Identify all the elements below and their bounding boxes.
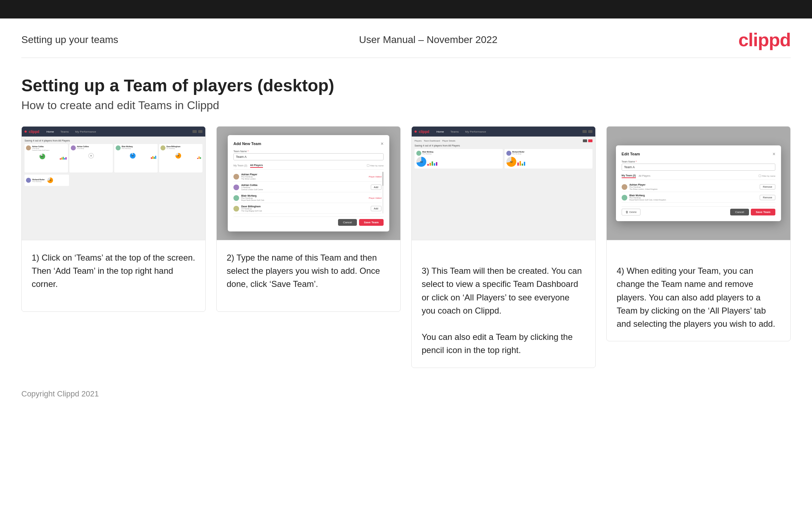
top-bar	[0, 0, 812, 18]
mock-save-button[interactable]: Save Team	[359, 219, 384, 226]
mock-tab-myteam[interactable]: My Team (2)	[233, 164, 247, 167]
copyright-text: Copyright Clippd 2021	[21, 389, 99, 398]
mock-player-row: Adrian Coliba 1 HandicapCentral London G…	[233, 182, 381, 192]
footer: Copyright Clippd 2021	[0, 382, 812, 406]
card-1-screenshot: clippd Home Teams My Performance Saving …	[22, 127, 205, 240]
mock-tab-allplayers[interactable]: All Players	[250, 163, 263, 168]
card-3-screenshot: clippd Home Teams My Performance Players…	[412, 127, 595, 240]
card-2-screenshot: Add New Team × Team Name * Team A My Tea…	[217, 127, 400, 240]
mock-edit-player-row-2: Blair McHarg Plus HandicapRoyal North De…	[622, 193, 775, 203]
mock-edit-cancel-button[interactable]: Cancel	[730, 209, 749, 215]
page-subtitle: How to create and edit Teams in Clippd	[21, 99, 791, 112]
card-2-text: 2) Type the name of this Team and then s…	[217, 240, 400, 311]
mock-remove-player-btn-2[interactable]: Remove	[760, 195, 775, 200]
clippd-logo: clippd	[738, 29, 791, 50]
mock-delete-button[interactable]: 🗑 Delete	[622, 209, 640, 215]
card-3-text: 3) This Team will then be created. You c…	[412, 240, 595, 368]
mock-close-icon[interactable]: ×	[381, 141, 384, 146]
card-4-screenshot: Edit Team × Team Name * Team A My Team (…	[607, 127, 790, 240]
mock-add-modal-title: Add New Team	[233, 142, 261, 146]
mock-player-row: Blair McHarg Plus HandicapRoyal North De…	[233, 193, 381, 203]
mock-edit-tab-allplayers[interactable]: All Players	[639, 174, 650, 178]
card-3: clippd Home Teams My Performance Players…	[411, 126, 596, 368]
mock-cancel-button[interactable]: Cancel	[338, 219, 357, 226]
card-1-text: 1) Click on ‘Teams’ at the top of the sc…	[22, 240, 205, 311]
header: Setting up your teams User Manual – Nove…	[0, 18, 812, 58]
mock-edit-close-icon[interactable]: ×	[773, 151, 775, 157]
mock-edit-tab-myteam[interactable]: My Team (2)	[622, 174, 636, 178]
mock-player-row: Adrian Player Plus HandicapThe Shine Lon…	[233, 172, 381, 182]
mock-team-name-input[interactable]: Team A	[233, 153, 384, 160]
card-4: Edit Team × Team Name * Team A My Team (…	[606, 126, 791, 341]
mock-edit-save-button[interactable]: Save Team	[751, 209, 775, 215]
page-title: Setting up a Team of players (desktop)	[21, 76, 791, 95]
cards-container: clippd Home Teams My Performance Saving …	[0, 126, 812, 382]
page-title-section: Setting up a Team of players (desktop) H…	[0, 58, 812, 126]
mock-remove-player-btn-1[interactable]: Remove	[760, 184, 775, 190]
mock-player-row: Dave Billingham 3.5 HandicapThe Gog Mago…	[233, 204, 381, 214]
header-left-text: Setting up your teams	[21, 34, 118, 46]
mock-add-player-btn-2[interactable]: Add	[371, 206, 381, 211]
card-4-text: 4) When editing your Team, you can chang…	[607, 240, 790, 341]
card-2: Add New Team × Team Name * Team A My Tea…	[216, 126, 401, 312]
mock-filter: Filter by name	[367, 164, 384, 167]
mock-add-player-btn[interactable]: Add	[371, 185, 381, 190]
header-center-text: User Manual – November 2022	[359, 34, 497, 46]
mock-edit-filter: Filter by name	[759, 175, 775, 177]
card-1: clippd Home Teams My Performance Saving …	[21, 126, 206, 312]
mock-edit-modal-title: Edit Team	[622, 152, 640, 156]
mock-edit-team-name-input[interactable]: Team A	[622, 164, 775, 171]
mock-edit-player-row-1: Adrian Player Plus HandicapThe Shine Lon…	[622, 182, 775, 192]
